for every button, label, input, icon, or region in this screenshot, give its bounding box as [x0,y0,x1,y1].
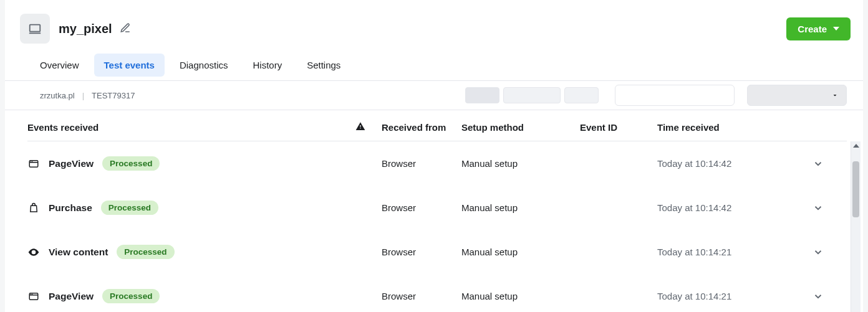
scrollbar[interactable] [851,141,861,312]
th-event-id: Event ID [580,122,657,133]
segment-control[interactable] [564,87,599,103]
status-badge: Processed [117,245,174,259]
create-button-label: Create [798,24,827,34]
setup-method: Manual setup [461,247,580,257]
window-icon [27,291,40,302]
th-events: Events received [27,122,339,133]
breadcrumb-domain: zrzutka.pl [40,91,75,100]
expand-row-button[interactable] [799,202,837,214]
create-button[interactable]: Create [786,17,851,40]
scroll-up-icon[interactable] [851,141,861,150]
event-name: Purchase [49,202,92,214]
segment-control[interactable] [465,87,499,103]
time-received: Today at 10:14:21 [657,291,799,301]
th-time-received: Time received [657,122,799,133]
expand-row-button[interactable] [799,158,837,169]
event-name: PageView [49,158,94,169]
setup-method: Manual setup [461,158,580,169]
time-received: Today at 10:14:21 [657,247,799,257]
event-name: PageView [49,291,94,302]
setup-method: Manual setup [461,291,580,301]
table-row[interactable]: PurchaseProcessedBrowserManual setupToda… [27,186,847,230]
status-badge: Processed [101,201,158,215]
tab-diagnostics[interactable]: Diagnostics [170,54,238,77]
status-badge: Processed [102,289,160,303]
action-dropdown[interactable] [747,85,847,106]
expand-row-button[interactable] [799,291,837,302]
svg-rect-0 [30,25,41,32]
setup-method: Manual setup [461,202,580,213]
received-from: Browser [382,202,461,213]
event-name: View content [49,247,108,258]
received-from: Browser [382,291,461,301]
table-row[interactable]: PageViewProcessedBrowserManual setupToda… [27,274,847,312]
time-received: Today at 10:14:42 [657,202,799,213]
table-row[interactable]: PageViewProcessedBrowserManual setupToda… [27,141,847,186]
breadcrumb-test-id: TEST79317 [92,91,135,100]
warning-icon [339,121,382,133]
received-from: Browser [382,247,461,257]
expand-row-button[interactable] [799,247,837,258]
bag-icon [27,202,40,214]
received-from: Browser [382,158,461,169]
scroll-thumb[interactable] [852,161,859,217]
segment-control[interactable] [503,87,561,103]
caret-down-icon [833,27,839,31]
pixel-title: my_pixel [59,22,112,36]
svg-point-6 [32,251,34,253]
filter-dropdown[interactable] [615,85,735,106]
table-row[interactable]: View contentProcessedBrowserManual setup… [27,230,847,274]
time-received: Today at 10:14:42 [657,158,799,169]
tab-history[interactable]: History [243,54,292,77]
th-received-from: Received from [382,122,461,133]
eye-icon [27,246,40,258]
window-icon [27,158,40,169]
edit-icon[interactable] [120,22,131,35]
th-setup-method: Setup method [461,122,580,133]
laptop-icon [20,14,50,44]
tab-overview[interactable]: Overview [30,54,89,77]
breadcrumb-separator: | [82,91,84,100]
tab-settings[interactable]: Settings [297,54,350,77]
status-badge: Processed [102,156,160,171]
table-header: Events received Received from Setup meth… [27,110,847,141]
tab-bar: Overview Test events Diagnostics History… [5,50,863,77]
tab-test-events[interactable]: Test events [94,54,165,77]
